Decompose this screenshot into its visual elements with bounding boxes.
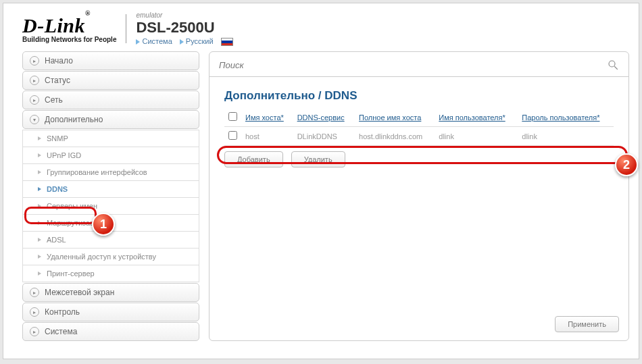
col-fullhost[interactable]: Полное имя хоста [355,109,435,127]
add-button[interactable]: Добавить [224,151,283,167]
col-user[interactable]: Имя пользователя* [435,109,518,127]
sidebar-item-control[interactable]: ▸Контроль [22,303,199,321]
table-row[interactable]: host DLinkDDNS host.dlinkddns.com dlink … [224,127,614,146]
sidebar-item-label: Удаленный доступ к устройству [47,253,156,261]
sidebar-sub-print[interactable]: Принт-сервер [22,265,199,282]
sidebar-sub-ddns[interactable]: DDNS [22,181,199,198]
cell-user: dlink [435,127,518,146]
col-pass[interactable]: Пароль пользователя* [518,109,614,127]
col-hostname[interactable]: Имя хоста* [241,109,293,127]
search-icon[interactable] [607,59,619,71]
expand-icon: ▸ [30,327,39,336]
brand-text: D-Link [22,14,85,36]
sidebar-item-label: Сеть [45,95,63,105]
cell-pass: dlink [518,127,614,146]
cell-host: host [241,127,293,146]
expand-icon: ▸ [30,307,39,317]
cell-service: DLinkDDNS [293,127,355,146]
chevron-right-icon [136,39,140,45]
col-service[interactable]: DDNS-сервис [293,109,355,127]
apply-button[interactable]: Применить [555,316,619,332]
sidebar-item-label: Контроль [45,307,80,317]
chevron-right-icon [180,39,184,45]
sidebar-item-label: SNMP [47,134,68,142]
expand-icon: ▸ [30,56,39,66]
model-block: emulator DSL-2500U Система Русский [136,11,232,46]
sidebar-item-label: Принт-сервер [47,269,95,278]
collapse-icon: ▾ [30,115,39,124]
model-name: DSL-2500U [136,19,232,36]
delete-button[interactable]: Удалить [291,151,345,167]
sidebar-item-label: Начало [45,56,73,66]
sidebar-sub-adsl[interactable]: ADSL [22,232,199,249]
sidebar-item-system[interactable]: ▸Система [22,322,199,341]
search-input[interactable] [219,60,607,70]
sidebar-item-label: Межсетевой экран [45,288,114,297]
breadcrumb-system[interactable]: Система [142,37,172,45]
action-row: Добавить Удалить [209,146,628,173]
sidebar-sub-ifgroup[interactable]: Группирование интерфейсов [22,164,199,181]
logo-block: D-Link® Building Networks for People [22,14,126,43]
sidebar-sub-snmp[interactable]: SNMP [22,130,199,147]
breadcrumb: Система Русский [136,37,232,46]
sidebar-item-start[interactable]: ▸Начало [22,51,199,70]
sidebar-item-label: Маршрутизация [47,219,103,227]
sidebar-item-label: Группирование интерфейсов [47,168,147,176]
sidebar-sub-routing[interactable]: Маршрутизация [22,215,199,232]
ddns-table: Имя хоста* DDNS-сервис Полное имя хоста … [224,109,614,146]
content-panel: Дополнительно / DDNS Имя хоста* DDNS-сер… [209,51,629,341]
chevron-right-icon [38,255,41,259]
flag-ru-icon [221,38,233,46]
breadcrumb-lang[interactable]: Русский [186,37,214,45]
chevron-right-icon [38,187,41,191]
select-all-checkbox[interactable] [228,112,237,121]
expand-icon: ▸ [30,95,39,105]
header: D-Link® Building Networks for People emu… [3,3,639,51]
sidebar-item-advanced[interactable]: ▾Дополнительно [22,110,199,129]
sidebar: ▸Начало ▸Статус ▸Сеть ▾Дополнительно SNM… [22,51,199,341]
svg-line-1 [614,66,618,70]
brand-reg: ® [85,9,91,17]
brand-tagline: Building Networks for People [22,36,116,43]
sidebar-item-label: Система [45,327,77,336]
search-bar [209,52,628,77]
cell-fullhost: host.dlinkddns.com [355,127,435,146]
chevron-right-icon [38,271,41,276]
chevron-right-icon [38,170,41,174]
page-title: Дополнительно / DDNS [209,77,628,109]
expand-icon: ▸ [30,288,39,297]
sidebar-item-label: Серверы имен [47,202,97,210]
table-header-row: Имя хоста* DDNS-сервис Полное имя хоста … [224,109,614,127]
emulator-label: emulator [136,11,232,19]
chevron-right-icon [38,204,41,208]
sidebar-sub-remote[interactable]: Удаленный доступ к устройству [22,249,199,265]
sidebar-item-label: DDNS [47,185,68,193]
sidebar-item-label: ADSL [47,236,66,244]
sidebar-item-firewall[interactable]: ▸Межсетевой экран [22,283,199,302]
sidebar-item-label: Дополнительно [45,115,103,124]
brand-logo: D-Link® [22,14,116,37]
svg-point-0 [609,61,615,67]
sidebar-item-label: UPnP IGD [47,151,81,159]
expand-icon: ▸ [30,76,39,85]
sidebar-item-label: Статус [45,76,70,85]
sidebar-item-network[interactable]: ▸Сеть [22,90,199,109]
row-checkbox[interactable] [228,131,237,140]
sidebar-sub-dns[interactable]: Серверы имен [22,198,199,215]
chevron-right-icon [38,221,41,225]
chevron-right-icon [38,153,41,157]
sidebar-item-status[interactable]: ▸Статус [22,71,199,90]
chevron-right-icon [38,136,41,140]
chevron-right-icon [38,238,41,242]
sidebar-sub-upnp[interactable]: UPnP IGD [22,147,199,164]
